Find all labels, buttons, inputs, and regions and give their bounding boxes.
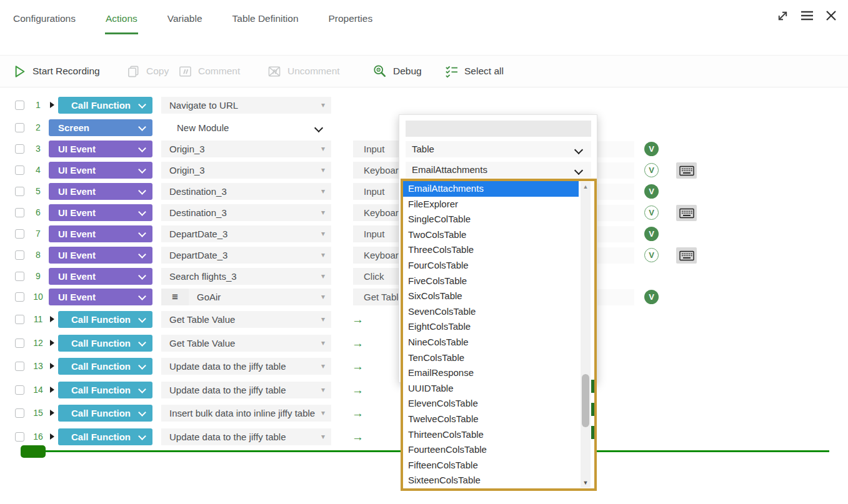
row-checkbox[interactable] [15, 101, 24, 110]
action-type-button[interactable]: UI Event [49, 268, 152, 285]
tab-table-definition[interactable]: Table Definition [232, 1, 299, 34]
dropdown-option[interactable]: SixColsTable [403, 289, 579, 304]
start-recording-button[interactable]: Start Recording [14, 56, 100, 87]
row-checkbox[interactable] [15, 292, 24, 302]
row-checkbox[interactable] [15, 408, 24, 418]
target-dropdown[interactable]: Destination_3▾ [161, 204, 331, 221]
dropdown-option[interactable]: TwoColsTable [403, 227, 579, 243]
table-select[interactable]: EmailAttachments [406, 162, 591, 178]
action-type-button[interactable]: UI Event [49, 162, 152, 179]
target-dropdown[interactable]: Get Table Value▾ [161, 335, 331, 352]
variable-badge[interactable]: V [644, 205, 659, 220]
row-checkbox[interactable] [15, 229, 24, 239]
row-checkbox[interactable] [15, 123, 24, 132]
target-dropdown[interactable]: Update data to the jiffy table▾ [161, 382, 331, 398]
expand-row-icon[interactable] [50, 387, 54, 393]
action-type-button[interactable]: Call Function [58, 405, 152, 422]
dropdown-option[interactable]: EmailResponse [403, 365, 579, 381]
target-dropdown[interactable]: Destination_3▾ [161, 183, 331, 200]
dropdown-option[interactable]: SevenColsTable [403, 304, 579, 320]
row-checkbox[interactable] [15, 250, 24, 260]
dropdown-option[interactable]: FourteenColsTable [403, 442, 579, 458]
scrollbar-thumb[interactable] [582, 374, 589, 427]
element-menu-button[interactable]: ≡ [161, 289, 189, 305]
tab-properties[interactable]: Properties [328, 1, 374, 34]
dropdown-option[interactable]: FileExplorer [403, 197, 579, 212]
expand-row-icon[interactable] [50, 340, 54, 346]
close-icon[interactable] [824, 9, 838, 22]
target-dropdown[interactable]: Navigate to URL▾ [161, 97, 331, 114]
dropdown-option[interactable]: UUIDTable [403, 381, 579, 397]
row-checkbox[interactable] [15, 385, 24, 395]
target-dropdown[interactable]: Update data to the jiffy table▾ [161, 428, 331, 445]
dropdown-option[interactable]: SingleColTable [403, 212, 579, 227]
search-input[interactable] [406, 121, 591, 137]
target-dropdown[interactable]: Search flights_3▾ [161, 268, 331, 285]
row-checkbox[interactable] [15, 315, 24, 324]
dropdown-option[interactable]: FifteenColsTable [403, 458, 579, 473]
variable-badge[interactable]: V [644, 248, 659, 262]
action-type-button[interactable]: Screen [49, 119, 152, 136]
row-checkbox[interactable] [15, 208, 24, 217]
dropdown-option[interactable]: FourColsTable [403, 258, 579, 274]
expand-row-icon[interactable] [50, 102, 54, 108]
dropdown-option[interactable]: EmailAttachments [403, 181, 579, 197]
row-checkbox[interactable] [15, 362, 24, 371]
target-dropdown[interactable]: Origin_3▾ [161, 141, 331, 157]
dropdown-scrollbar[interactable]: ▲ ▼ [581, 182, 591, 488]
action-type-button[interactable]: Call Function [58, 97, 152, 114]
target-dropdown[interactable]: New Module [161, 119, 331, 136]
tab-configurations[interactable]: Configurations [12, 1, 76, 34]
action-type-button[interactable]: Call Function [58, 335, 152, 352]
action-type-button[interactable]: UI Event [49, 183, 152, 200]
variable-badge[interactable]: V [644, 142, 659, 156]
expand-row-icon[interactable] [50, 316, 54, 322]
action-type-button[interactable]: Call Function [58, 428, 152, 445]
action-type-button[interactable]: UI Event [49, 225, 152, 242]
dropdown-option[interactable]: SixteenColsTable [403, 473, 579, 488]
tab-actions[interactable]: Actions [105, 1, 138, 34]
expand-row-icon[interactable] [50, 433, 54, 440]
expand-icon[interactable] [776, 9, 789, 22]
action-type-button[interactable]: UI Event [49, 141, 152, 157]
target-dropdown[interactable]: GoAir▾ [189, 289, 331, 305]
dropdown-option[interactable]: FiveColsTable [403, 274, 579, 289]
dropdown-option[interactable]: EightColsTable [403, 319, 579, 335]
scroll-up-icon[interactable]: ▲ [581, 184, 591, 190]
action-type-button[interactable]: Call Function [58, 311, 152, 328]
type-select[interactable]: Table [406, 141, 591, 157]
progress-handle[interactable] [21, 445, 46, 458]
row-checkbox[interactable] [15, 338, 24, 348]
dropdown-option[interactable]: TenColsTable [403, 350, 579, 366]
keyboard-icon[interactable] [676, 205, 697, 221]
row-checkbox[interactable] [15, 144, 24, 154]
action-type-button[interactable]: UI Event [49, 289, 152, 305]
dropdown-option[interactable]: ThreeColsTable [403, 242, 579, 258]
action-type-button[interactable]: UI Event [49, 204, 152, 221]
target-dropdown[interactable]: Origin_3▾ [161, 162, 331, 179]
action-type-button[interactable]: UI Event [49, 247, 152, 264]
keyboard-icon[interactable] [676, 162, 697, 179]
action-type-button[interactable]: Call Function [58, 358, 152, 375]
row-checkbox[interactable] [15, 432, 24, 442]
row-checkbox[interactable] [15, 166, 24, 175]
row-checkbox[interactable] [15, 187, 24, 196]
target-dropdown[interactable]: Update data to the jiffy table▾ [161, 358, 331, 375]
debug-button[interactable]: Debug [373, 56, 422, 87]
target-dropdown[interactable]: Get Table Value▾ [161, 311, 331, 328]
variable-badge[interactable]: V [644, 163, 659, 177]
scroll-down-icon[interactable]: ▼ [581, 480, 591, 486]
row-checkbox[interactable] [15, 272, 24, 281]
target-dropdown[interactable]: Insert bulk data into inline jiffy table… [161, 405, 331, 422]
keyboard-icon[interactable] [676, 247, 697, 264]
variable-badge[interactable]: V [644, 184, 659, 199]
target-dropdown[interactable]: DepartDate_3▾ [161, 225, 331, 242]
variable-badge[interactable]: V [644, 290, 659, 304]
variable-badge[interactable]: V [644, 227, 659, 241]
expand-row-icon[interactable] [50, 363, 54, 369]
dropdown-option[interactable]: ThirteenColsTable [403, 427, 579, 443]
tab-variable[interactable]: Variable [167, 1, 203, 34]
menu-icon[interactable] [800, 9, 814, 22]
dropdown-option[interactable]: TwelveColsTable [403, 412, 579, 427]
target-dropdown[interactable]: DepartDate_3▾ [161, 247, 331, 264]
